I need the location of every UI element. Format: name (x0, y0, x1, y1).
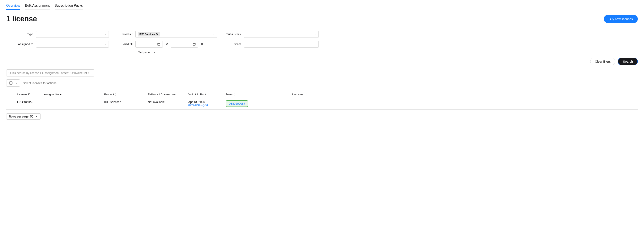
filter-panel: Type Product IDE Services Subs. Pack Ass… (6, 31, 638, 54)
tab-overview[interactable]: Overview (6, 3, 20, 10)
product-select[interactable]: IDE Services (135, 31, 217, 38)
buy-new-licenses-button[interactable]: Buy new licenses (604, 15, 638, 23)
product-chip: IDE Services (138, 32, 160, 36)
assigned-to-select[interactable] (36, 41, 109, 48)
set-period-dropdown[interactable]: Set period (135, 51, 217, 54)
chevron-down-icon (153, 51, 156, 53)
chevron-down-icon (104, 33, 106, 35)
team-label: Team (220, 42, 241, 46)
col-product-label: Product (104, 93, 114, 96)
chevron-down-icon (314, 33, 316, 35)
licenses-table: License ID Assigned to Product (6, 91, 638, 110)
set-period-label: Set period (138, 51, 152, 54)
assigned-to-label: Assigned to (6, 42, 33, 46)
sort-up-icon (60, 94, 62, 96)
valid-till-from-date[interactable] (135, 41, 163, 48)
bulk-select-row: Select licenses for actions (6, 79, 638, 87)
header-row: 1 license Buy new licenses (6, 14, 638, 23)
sort-icon (115, 93, 116, 96)
search-button[interactable]: Search (618, 58, 638, 65)
col-license-id[interactable]: License ID (17, 93, 30, 96)
bulk-select-checkbox[interactable] (9, 81, 12, 85)
col-assigned-to-label: Assigned to (44, 93, 59, 96)
col-last-seen-label: Last seen (292, 93, 304, 96)
col-team-label: Team (226, 93, 232, 96)
product-label: Product (112, 32, 132, 36)
svg-rect-6 (193, 43, 194, 43)
subs-pack-label: Subs. Pack (220, 32, 241, 36)
tabs: Overview Bulk Assignment Subscription Pa… (6, 3, 638, 10)
product-chip-label: IDE Services (139, 33, 155, 36)
chevron-down-icon (314, 43, 316, 45)
type-label: Type (6, 32, 33, 36)
subs-pack-select[interactable] (244, 31, 319, 38)
table-row: LL1XT0JH5L IDE Services Not available Ap… (6, 98, 638, 110)
tab-subscription-packs[interactable]: Subscription Packs (54, 3, 83, 10)
valid-till-to-date[interactable] (171, 41, 198, 48)
chevron-down-icon (15, 82, 18, 84)
svg-rect-5 (193, 43, 195, 44)
col-valid-till[interactable]: Valid till / Pack (188, 93, 209, 96)
sort-icon (305, 93, 307, 96)
svg-rect-2 (158, 43, 158, 43)
chevron-down-icon (36, 115, 38, 118)
col-assigned-to[interactable]: Assigned to (44, 93, 62, 96)
col-fallback[interactable]: Fallback / Covered ver. (148, 93, 176, 96)
svg-rect-3 (160, 43, 160, 43)
col-team[interactable]: Team (226, 93, 235, 96)
bulk-hint: Select licenses for actions (23, 81, 56, 85)
rows-per-page-label: Rows per page: 50 (9, 115, 34, 118)
close-icon[interactable] (164, 42, 169, 46)
chevron-down-icon (212, 33, 215, 35)
close-icon[interactable] (200, 42, 204, 46)
cell-license-id: LL1XT0JH5L (17, 101, 33, 104)
cell-team[interactable]: D380200087 (226, 100, 248, 107)
calendar-icon (157, 42, 160, 46)
sort-icon (233, 93, 235, 96)
col-valid-till-label: Valid till / Pack (188, 93, 206, 96)
sort-icon (207, 93, 209, 96)
filter-actions: Clear filters Search (6, 58, 638, 65)
clear-filters-button[interactable]: Clear filters (590, 58, 616, 65)
chevron-down-icon (104, 43, 106, 45)
cell-valid-till: Apr 13, 2025 (188, 100, 222, 104)
type-select[interactable] (36, 31, 109, 38)
close-icon[interactable] (156, 33, 158, 35)
bulk-select-dropdown[interactable] (6, 79, 20, 87)
rows-per-page-select[interactable]: Rows per page: 50 (6, 113, 41, 120)
page-title: 1 license (6, 14, 37, 23)
cell-fallback: Not available (148, 100, 165, 104)
calendar-icon (192, 42, 196, 46)
cell-pack-ref[interactable]: 0424/USAXQS6 (188, 104, 222, 107)
valid-till-group (135, 41, 217, 48)
svg-rect-7 (195, 43, 195, 43)
svg-rect-1 (158, 43, 160, 44)
col-product[interactable]: Product (104, 93, 116, 96)
quick-search-input[interactable] (6, 69, 94, 77)
cell-product: IDE Services (104, 100, 121, 104)
valid-till-label: Valid till (112, 42, 132, 46)
col-last-seen[interactable]: Last seen (292, 93, 307, 96)
tab-bulk-assignment[interactable]: Bulk Assignment (25, 3, 50, 10)
team-select[interactable] (244, 41, 319, 48)
row-checkbox[interactable] (9, 101, 12, 104)
